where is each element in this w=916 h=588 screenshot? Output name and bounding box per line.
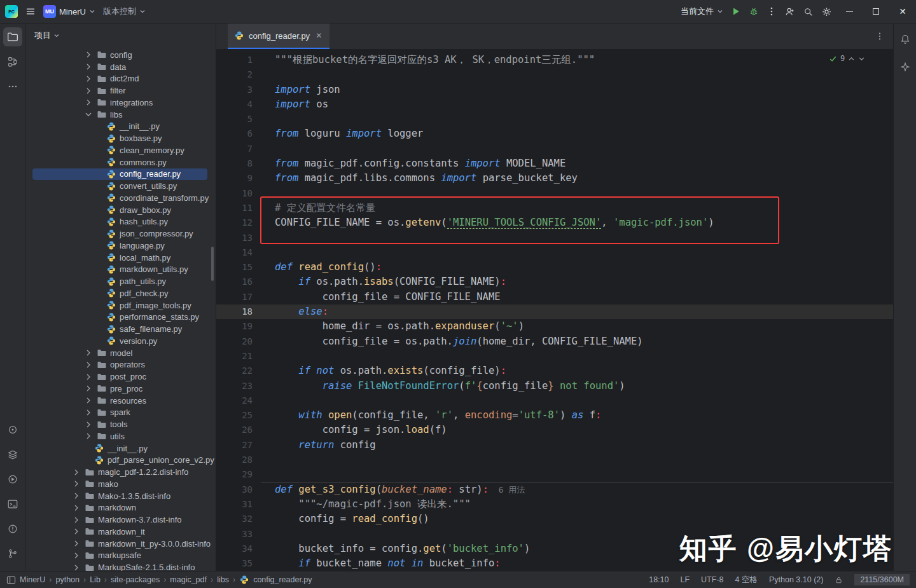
chevron-right-icon[interactable] [71,491,81,501]
tree-item-markdown_it_py-3.0.0.dist-info[interactable]: markdown_it_py-3.0.0.dist-info [25,538,216,550]
code-with-me-button[interactable] [781,3,799,20]
line-number[interactable]: 28 [216,453,261,467]
code-line-29[interactable]: 29 [216,467,893,482]
problems-tool-button[interactable] [3,519,22,538]
code-line-31[interactable]: 31 """~/magic-pdf.json 读出来.""" [216,497,893,512]
line-number[interactable]: 29 [216,467,261,482]
project-panel-header[interactable]: 项目 [25,24,216,48]
code-line-12[interactable]: 12CONFIG_FILE_NAME = os.getenv('MINERU_T… [216,215,893,230]
tree-item-markdown-3.7.dist-info[interactable]: Markdown-3.7.dist-info [25,514,216,526]
file-encoding[interactable]: UTF-8 [701,575,723,584]
line-number[interactable]: 23 [216,379,261,393]
tree-item-clean_memory.py[interactable]: clean_memory.py [25,144,216,156]
tab-options-button[interactable] [875,24,893,49]
code-editor[interactable]: 1"""根据bucket的名字返回对应的s3 AK， SK，endpoint三元… [216,50,893,571]
tree-item-pdf_parse_union_core_v2.py[interactable]: pdf_parse_union_core_v2.py [25,455,216,467]
tree-item-performance_stats.py[interactable]: performance_stats.py [25,311,216,324]
memory-indicator[interactable]: 2115/3600M [854,574,910,585]
tree-item-resources[interactable]: resources [25,395,216,407]
line-number[interactable]: 11 [216,201,261,215]
tree-item-__init__.py[interactable]: __init__.py [25,442,216,455]
tree-item-mako-1.3.5.dist-info[interactable]: Mako-1.3.5.dist-info [25,490,216,502]
chevron-right-icon[interactable] [83,74,94,84]
tree-item-markdown_it[interactable]: markdown_it [25,526,216,538]
run-button[interactable] [727,3,745,20]
chevron-right-icon[interactable] [83,348,94,358]
code-line-5[interactable]: 5 [216,112,893,126]
line-number[interactable]: 34 [216,542,261,556]
line-number[interactable]: 26 [216,423,261,437]
tree-item-libs[interactable]: libs [25,109,216,121]
chevron-right-icon[interactable] [83,420,94,430]
line-number[interactable]: 9 [216,171,261,186]
tree-item-__init__.py[interactable]: __init__.py [25,121,216,133]
tree-item-path_utils.py[interactable]: path_utils.py [25,275,216,287]
line-number[interactable]: 8 [216,156,261,171]
chevron-right-icon[interactable] [83,383,94,393]
more-actions-button[interactable] [763,3,781,20]
tree-item-integrations[interactable]: integrations [25,97,216,109]
code-line-32[interactable]: 32 config = read_config() [216,512,893,526]
tree-item-dict2md[interactable]: dict2md [25,73,216,85]
line-number[interactable]: 30 [216,482,261,497]
line-number[interactable]: 17 [216,290,261,304]
tree-item-tools[interactable]: tools [25,418,216,430]
chevron-right-icon[interactable] [83,97,94,107]
tree-item-mako[interactable]: mako [25,478,216,490]
tree-item-commons.py[interactable]: commons.py [25,156,216,168]
breadcrumb-item[interactable]: site-packages [111,575,160,584]
tree-item-pdf_image_tools.py[interactable]: pdf_image_tools.py [25,299,216,311]
debug-button[interactable] [745,3,763,20]
breadcrumb-item[interactable]: libs [217,575,229,584]
chevron-right-icon[interactable] [83,431,94,441]
inspection-widget[interactable]: 9 [829,54,865,63]
line-number[interactable]: 5 [216,112,261,126]
run-configuration-selector[interactable]: 当前文件 [677,3,727,20]
code-line-20[interactable]: 20 config_file = os.path.join(home_dir, … [216,334,893,349]
tree-item-safe_filename.py[interactable]: safe_filename.py [25,323,216,335]
chevron-right-icon[interactable] [71,479,81,489]
line-number[interactable]: 1 [216,53,261,67]
code-line-4[interactable]: 4import os [216,97,893,112]
chevron-right-icon[interactable] [71,550,81,561]
tree-item-spark[interactable]: spark [25,407,216,419]
breadcrumb-item[interactable]: python [55,575,80,584]
line-number[interactable]: 21 [216,349,261,364]
code-line-35[interactable]: 35 if bucket_name not in bucket_info: [216,556,893,571]
code-line-3[interactable]: 3import json [216,83,893,97]
code-line-23[interactable]: 23 raise FileNotFoundError(f'{config_fil… [216,379,893,393]
tree-item-json_compressor.py[interactable]: json_compressor.py [25,228,216,240]
line-number[interactable]: 19 [216,319,261,334]
line-number[interactable]: 25 [216,408,261,423]
chevron-right-icon[interactable] [71,526,81,537]
code-line-24[interactable]: 24 [216,393,893,408]
line-number[interactable]: 22 [216,364,261,378]
code-line-8[interactable]: 8from magic_pdf.config.constants import … [216,156,893,171]
code-line-18[interactable]: 18 else: [216,304,893,319]
code-line-33[interactable]: 33 [216,527,893,542]
line-number[interactable]: 35 [216,556,261,571]
line-number[interactable]: 14 [216,245,261,260]
tree-item-filter[interactable]: filter [25,85,216,97]
search-everywhere-button[interactable] [799,3,817,20]
code-line-30[interactable]: 30def get_s3_config(bucket_name: str): 6… [216,482,893,497]
main-menu-button[interactable] [22,3,39,20]
line-number[interactable]: 7 [216,142,261,156]
version-control-tool-button[interactable] [3,544,22,563]
tool-window-layout-icon[interactable] [6,575,16,585]
notifications-button[interactable] [896,30,915,49]
ai-assistant-button[interactable] [896,58,915,77]
settings-button[interactable] [817,3,836,20]
tree-item-version.py[interactable]: version.py [25,335,216,347]
code-line-2[interactable]: 2 [216,67,893,82]
line-number[interactable]: 2 [216,67,261,82]
tree-item-markupsafe[interactable]: markupsafe [25,550,216,562]
code-line-25[interactable]: 25 with open(config_file, 'r', encoding=… [216,408,893,423]
code-line-7[interactable]: 7 [216,142,893,156]
line-number[interactable]: 27 [216,438,261,453]
chevron-right-icon[interactable] [71,467,81,477]
tree-item-post_proc[interactable]: post_proc [25,371,216,383]
project-selector[interactable]: MU MinerU [39,3,99,20]
chevron-right-icon[interactable] [71,503,81,513]
tree-item-config[interactable]: config [25,49,216,61]
